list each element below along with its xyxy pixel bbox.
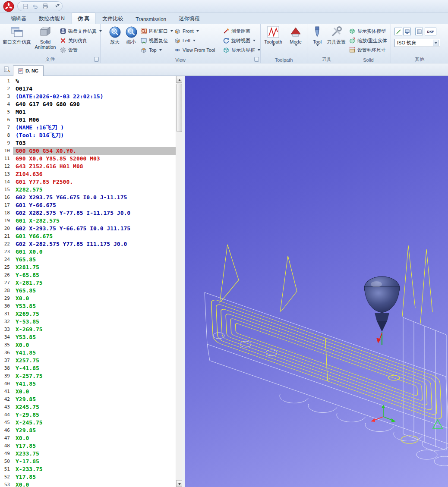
code-line[interactable]: 23G01 X0.0: [0, 248, 176, 256]
code-line[interactable]: 38Y-41.85: [0, 364, 176, 372]
reset-view-button[interactable]: 视图复位: [140, 36, 168, 45]
scrollbar-down-button[interactable]: [176, 480, 183, 487]
mode-button[interactable]: Mode: [286, 25, 306, 46]
settings-button[interactable]: 设置: [60, 46, 78, 54]
tab-editor[interactable]: 编辑器: [5, 13, 32, 24]
snapshot-tool-button[interactable]: [394, 28, 402, 35]
code-line[interactable]: 48Y17.85: [0, 442, 176, 450]
view-top-button[interactable]: Top: [140, 46, 162, 54]
undo-icon[interactable]: [32, 3, 39, 10]
zoom-in-button[interactable]: 放大: [107, 26, 122, 45]
tab-mini-programming[interactable]: 迷你编程: [173, 13, 205, 24]
measure-distance-button[interactable]: 测量距离: [223, 27, 250, 35]
fit-window-button[interactable]: 匹配窗口: [140, 27, 173, 35]
code-line[interactable]: 52Y17.85: [0, 473, 176, 481]
code-line[interactable]: 3(DATE:2026-02-03 22:02:15): [0, 93, 176, 101]
rotate-view-button[interactable]: 旋转视图: [223, 36, 256, 45]
code-line[interactable]: 36Y41.85: [0, 349, 176, 357]
code-line[interactable]: 44Y-29.85: [0, 411, 176, 419]
code-line[interactable]: 22G02 X-282.575 Y77.85 I11.175 J0.0: [0, 240, 176, 248]
zoom-regenerate-solid-button[interactable]: 缩放/重生实体: [349, 36, 387, 45]
save-icon[interactable]: [22, 3, 29, 10]
code-line[interactable]: 5M01: [0, 108, 176, 116]
code-line[interactable]: 31X269.75: [0, 310, 176, 318]
code-line[interactable]: 26Y-65.85: [0, 271, 176, 279]
window-file-simulation-button[interactable]: 窗口文件仿真: [2, 25, 32, 44]
tab-file-compare[interactable]: 文件比较: [97, 13, 129, 24]
scrollbar-thumb[interactable]: [177, 84, 182, 132]
code-line[interactable]: 8(Tool: D16飞刀): [0, 132, 176, 139]
scrollbar-up-button[interactable]: [176, 76, 183, 83]
code-line[interactable]: 17G01 Y-66.675: [0, 201, 176, 209]
code-line[interactable]: 51X-233.75: [0, 465, 176, 473]
code-line[interactable]: 1%: [0, 77, 176, 85]
code-line[interactable]: 47X0.0: [0, 434, 176, 442]
code-line[interactable]: 32Y-53.85: [0, 318, 176, 326]
code-line[interactable]: 34Y53.85: [0, 333, 176, 341]
code-line[interactable]: 13Z104.636: [0, 170, 176, 178]
view-from-tool-button[interactable]: View From Tool: [174, 46, 215, 54]
code-line[interactable]: 15X282.575: [0, 186, 176, 194]
code-line[interactable]: 19G01 X-282.575: [0, 217, 176, 225]
document-tab-dnc[interactable]: D. NC: [13, 65, 44, 76]
code-line[interactable]: 14G01 Y77.85 F2500.: [0, 178, 176, 186]
tab-transmission[interactable]: Transmission: [130, 14, 172, 24]
code-line[interactable]: 33X-269.75: [0, 326, 176, 333]
nc-code-editor[interactable]: 1%2O01743(DATE:2026-02-03 22:02:15)4G40 …: [0, 76, 176, 487]
code-line[interactable]: 9T03: [0, 139, 176, 147]
tab-simulation[interactable]: 仿 真: [72, 13, 95, 25]
code-line[interactable]: 39X-257.75: [0, 372, 176, 380]
grid-export-button[interactable]: [415, 28, 423, 35]
print-icon[interactable]: [42, 3, 49, 10]
dialog-launcher-icon[interactable]: [94, 57, 99, 62]
code-line[interactable]: 21G01 Y66.675: [0, 233, 176, 240]
dialog-launcher-icon[interactable]: [254, 57, 259, 62]
simulation-3d-viewport[interactable]: [185, 76, 448, 487]
code-line[interactable]: 20G02 X-293.75 Y-66.675 I0.0 J11.175: [0, 225, 176, 233]
code-line[interactable]: 24Y65.85: [0, 256, 176, 264]
code-line[interactable]: 27X-281.75: [0, 279, 176, 287]
set-stock-size-button[interactable]: 设置毛坯尺寸: [349, 46, 386, 54]
code-line[interactable]: 28Y65.85: [0, 287, 176, 295]
combo-dropdown-button[interactable]: [433, 40, 439, 46]
solid-animation-button[interactable]: Solid Animation: [33, 25, 58, 50]
toolbar-overflow-caret-icon[interactable]: [57, 4, 60, 6]
code-line[interactable]: 41X0.0: [0, 388, 176, 396]
code-line[interactable]: 2O0174: [0, 85, 176, 93]
code-line[interactable]: 16G02 X293.75 Y66.675 I0.0 J-11.175: [0, 194, 176, 201]
code-line[interactable]: 30Y53.85: [0, 302, 176, 310]
code-line[interactable]: 12G43 Z152.616 H01 M08: [0, 163, 176, 170]
tab-nc-functions[interactable]: 数控功能 N: [33, 13, 70, 24]
show-solid-model-button[interactable]: 显示实体模型: [349, 27, 386, 35]
code-line[interactable]: 42Y29.85: [0, 396, 176, 403]
tool-settings-button[interactable]: 刀具设置: [327, 25, 346, 44]
code-line[interactable]: 50Y-17.85: [0, 458, 176, 465]
pane-splitter[interactable]: [182, 76, 185, 487]
code-line[interactable]: 25X281.75: [0, 264, 176, 271]
zoom-out-button[interactable]: 缩小: [124, 26, 139, 45]
close-simulation-button[interactable]: 关闭仿真: [60, 36, 87, 45]
code-line[interactable]: 6T01 M06: [0, 116, 176, 124]
code-line[interactable]: 53X0.0: [0, 481, 176, 487]
pin-document-icon[interactable]: [3, 66, 11, 73]
code-line[interactable]: 46Y29.85: [0, 427, 176, 434]
disk-file-simulation-button[interactable]: 磁盘文件仿真: [60, 27, 102, 35]
dxf-export-button[interactable]: DXF: [425, 28, 436, 35]
code-line[interactable]: 49X233.75: [0, 450, 176, 458]
code-line[interactable]: 37X257.75: [0, 357, 176, 364]
code-line[interactable]: 45X-245.75: [0, 419, 176, 427]
view-front-button[interactable]: Front: [174, 27, 199, 35]
code-line[interactable]: 43X245.75: [0, 403, 176, 411]
screen-capture-button[interactable]: [403, 28, 411, 35]
code-line[interactable]: 35X0.0: [0, 341, 176, 349]
code-line[interactable]: 18G02 X282.575 Y-77.85 I-11.175 J0.0: [0, 209, 176, 217]
code-line[interactable]: 29X0.0: [0, 295, 176, 302]
machine-type-select[interactable]: ISO 铣床: [394, 39, 440, 47]
show-bounding-box-button[interactable]: 显示边界框: [223, 46, 260, 54]
editor-vertical-scrollbar[interactable]: [176, 76, 182, 487]
app-logo-icon[interactable]: [3, 1, 14, 12]
code-line[interactable]: 11G90 X0.0 Y85.85 S2000 M03: [0, 155, 176, 163]
code-line[interactable]: 4G40 G17 G49 G80 G90: [0, 101, 176, 108]
code-line[interactable]: 7(NAME :16飞刀 ): [0, 124, 176, 132]
tool-button[interactable]: Tool: [308, 25, 326, 46]
